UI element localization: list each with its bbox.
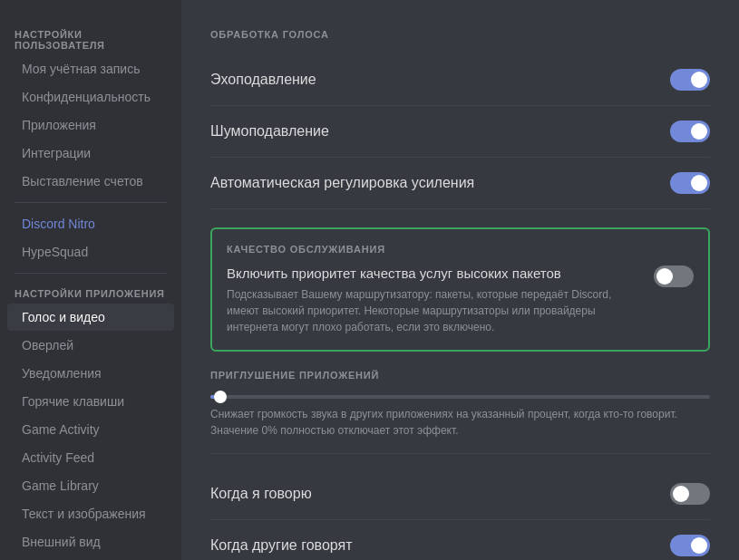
sidebar-item-billing[interactable]: Выставление счетов (7, 168, 174, 195)
sidebar-item-voice-video[interactable]: Голос и видео (7, 304, 174, 331)
sidebar-item-activity-feed[interactable]: Activity Feed (7, 444, 174, 471)
sidebar-divider-2 (15, 273, 167, 274)
sidebar-item-text-images[interactable]: Текст и изображения (7, 500, 174, 527)
sidebar-item-game-activity[interactable]: Game Activity (7, 416, 174, 443)
sidebar-item-appearance[interactable]: Внешний вид (7, 528, 174, 555)
sidebar-item-game-library[interactable]: Game Library (7, 472, 174, 499)
agc-toggle[interactable] (670, 172, 710, 194)
noise-label: Шумоподавление (210, 123, 329, 140)
agc-label: Автоматическая регулировка усиления (210, 175, 474, 191)
qos-toggle[interactable] (654, 266, 694, 287)
sidebar-divider-1 (15, 202, 167, 203)
when-i-talk-toggle[interactable] (670, 483, 710, 505)
echo-toggle-knob (691, 72, 707, 88)
qos-section: КАЧЕСТВО ОБСЛУЖИВАНИЯ Включить приоритет… (210, 227, 710, 352)
attenuation-section: ПРИГЛУШЕНИЕ ПРИЛОЖЕНИЙ Снижает громкость… (210, 370, 710, 446)
attenuation-divider (210, 453, 710, 454)
when-others-talk-toggle-knob (691, 537, 707, 554)
attenuation-slider-track[interactable] (210, 395, 710, 399)
qos-title: Включить приоритет качества услуг высоки… (227, 266, 639, 281)
sidebar-item-privacy[interactable]: Конфиденциальность (7, 83, 174, 111)
attenuation-desc: Снижает громкость звука в других приложе… (210, 406, 710, 439)
noise-toggle-knob (691, 123, 707, 140)
when-others-talk-toggle[interactable] (670, 535, 710, 556)
sidebar-item-discord-nitro[interactable]: Discord Nitro (7, 210, 174, 237)
sidebar-item-hypesquad[interactable]: HypeSquad (7, 238, 174, 266)
when-others-talk-label: Когда другие говорят (210, 537, 353, 554)
noise-setting-row: Шумоподавление (210, 106, 710, 158)
echo-setting-row: Эхоподавление (210, 54, 710, 106)
qos-desc: Подсказывает Вашему маршрутизатору: паке… (227, 286, 639, 335)
attenuation-slider-thumb[interactable] (214, 391, 227, 403)
noise-toggle[interactable] (670, 121, 710, 142)
agc-toggle-knob (691, 175, 707, 191)
voice-processing-header: ОБРАБОТКА ГОЛОСА (210, 29, 710, 40)
echo-toggle[interactable] (670, 69, 710, 91)
sidebar-item-hotkeys[interactable]: Горячие клавиши (7, 388, 174, 415)
attenuation-header: ПРИГЛУШЕНИЕ ПРИЛОЖЕНИЙ (210, 370, 710, 381)
echo-label: Эхоподавление (210, 72, 316, 88)
qos-text-block: Включить приоритет качества услуг высоки… (227, 266, 639, 335)
sidebar-item-integrations[interactable]: Интеграции (7, 140, 174, 167)
agc-setting-row: Автоматическая регулировка усиления (210, 158, 710, 209)
when-i-talk-toggle-knob (673, 486, 689, 502)
when-i-talk-row: Когда я говорю (210, 468, 710, 520)
qos-toggle-knob (656, 268, 673, 285)
sidebar: НАСТРОЙКИ ПОЛЬЗОВАТЕЛЯ Моя учётная запис… (0, 0, 181, 560)
sidebar-item-account[interactable]: Моя учётная запись (7, 55, 174, 82)
sidebar-item-notifications[interactable]: Уведомления (7, 360, 174, 387)
sidebar-app-settings-label: НАСТРОЙКИ ПРИЛОЖЕНИЯ (0, 281, 181, 303)
sidebar-user-settings-label: НАСТРОЙКИ ПОЛЬЗОВАТЕЛЯ (0, 22, 181, 54)
qos-row: Включить приоритет качества услуг высоки… (227, 266, 694, 335)
qos-header: КАЧЕСТВО ОБСЛУЖИВАНИЯ (227, 244, 694, 255)
when-others-talk-row: Когда другие говорят (210, 520, 710, 560)
main-content: ОБРАБОТКА ГОЛОСА Эхоподавление Шумоподав… (181, 0, 739, 560)
sidebar-item-apps[interactable]: Приложения (7, 111, 174, 139)
when-i-talk-label: Когда я говорю (210, 486, 312, 502)
attenuation-slider-container[interactable] (210, 395, 710, 399)
sidebar-item-overlay[interactable]: Оверлей (7, 332, 174, 359)
